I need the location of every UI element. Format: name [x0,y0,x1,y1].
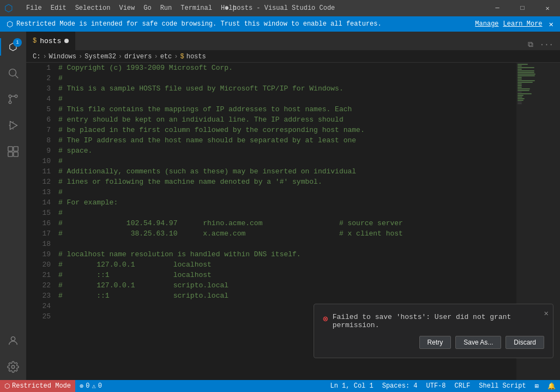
tab-bar: $ hosts ⧉ ··· [26,32,560,51]
notification-close-button[interactable]: ✕ [544,309,549,318]
tab-file-icon: $ [33,37,37,45]
layout-status[interactable]: ⊞ [531,380,543,392]
encoding-status[interactable]: UTF-8 [422,380,450,392]
activity-extensions[interactable] [0,138,26,165]
activity-explorer[interactable]: ⬡ 1 [0,34,26,60]
cursor-position-label: Ln 1, Col 1 [330,382,373,390]
language-label: Shell Script [479,382,526,390]
tab-actions: ⧉ ··· [526,39,560,50]
cursor-position-status[interactable]: Ln 1, Col 1 [326,380,377,392]
svg-rect-9 [14,152,18,156]
line-number: 15 [26,208,51,218]
save-as-button[interactable]: Save As... [455,336,501,349]
breadcrumb-file[interactable]: hosts [186,53,206,61]
breadcrumb-drivers[interactable]: drivers [124,53,152,61]
notifications-icon: 🔔 [547,382,556,390]
svg-rect-7 [14,147,18,151]
code-line: # For example: [58,197,516,208]
line-numbers: 1234567891011121314151617181920212223242… [26,63,56,380]
line-number: 6 [26,114,51,125]
tab-label: hosts [40,37,61,45]
status-left: ⬡ Restricted Mode ⊗ 0 ⚠ 0 [0,380,106,392]
svg-point-11 [11,365,15,369]
manage-link[interactable]: Manage [475,20,498,28]
restricted-mode-status[interactable]: ⬡ Restricted Mode [0,380,75,392]
line-number: 12 [26,177,51,187]
line-number: 20 [26,260,51,270]
notifications-status[interactable]: 🔔 [543,380,560,392]
code-line: # [58,208,516,218]
breadcrumb-windows[interactable]: Windows [49,53,76,61]
code-line: # 127.0.0.1 localhost [58,260,516,270]
code-line: # The IP address and the host name shoul… [58,135,516,146]
code-line: # ::1 scripto.local [58,291,516,301]
notification-text: Failed to save 'hosts': User did not gra… [333,313,544,329]
line-number: 23 [26,291,51,301]
code-line: # This is a sample HOSTS file used by Mi… [58,83,516,94]
activity-run-debug[interactable] [0,112,26,138]
breadcrumb-c[interactable]: C: [33,53,40,61]
retry-button[interactable]: Retry [419,336,451,349]
discard-button[interactable]: Discard [505,336,544,349]
menu-go[interactable]: Go [139,0,155,16]
menu-terminal[interactable]: Terminal [176,0,216,16]
split-editor-button[interactable]: ⧉ [526,39,535,50]
window-title: ● hosts - Visual Studio Code [225,4,335,12]
close-button[interactable]: ✕ [535,0,560,16]
activity-settings[interactable] [0,354,26,380]
menu-selection[interactable]: Selection [71,0,115,16]
layout-icon: ⊞ [535,382,539,390]
line-number: 8 [26,135,51,146]
more-actions-button[interactable]: ··· [538,39,556,50]
indentation-status[interactable]: Spaces: 4 [378,380,422,392]
code-line: # [58,94,516,104]
code-line: # localhost name resolution is handled w… [58,249,516,260]
line-number: 2 [26,73,51,83]
line-number: 1 [26,63,51,73]
error-warning-status[interactable]: ⊗ 0 ⚠ 0 [75,380,106,392]
warning-count: 0 [98,382,102,390]
menu-help[interactable]: Help [216,0,241,16]
svg-rect-6 [8,147,13,151]
code-line: # space. [58,146,516,156]
maximize-button[interactable]: □ [510,0,535,16]
menu-view[interactable]: View [115,0,139,16]
line-number: 17 [26,228,51,239]
line-number: 10 [26,156,51,166]
minimize-button[interactable]: ─ [485,0,510,16]
notification-message: ⊗ Failed to save 'hosts': User did not g… [323,313,544,329]
tab-hosts[interactable]: $ hosts [26,32,75,50]
activity-bar: ⬡ 1 [0,32,26,380]
code-line: # [58,156,516,166]
language-status[interactable]: Shell Script [474,380,530,392]
line-ending-status[interactable]: CRLF [450,380,475,392]
code-line: # lines or following the machine name de… [58,177,516,187]
svg-line-1 [15,75,18,78]
code-line: # [58,73,516,83]
menu-file[interactable]: File [22,0,46,16]
error-icon: ⊗ [323,313,328,324]
banner-close-button[interactable]: ✕ [549,20,553,29]
breadcrumb-system32[interactable]: System32 [85,53,116,61]
line-number: 21 [26,270,51,280]
window-controls: ─ □ ✕ [485,0,560,16]
error-count: 0 [86,382,89,390]
status-right: Ln 1, Col 1 Spaces: 4 UTF-8 CRLF Shell S… [326,380,560,392]
breadcrumb-etc[interactable]: etc [160,53,172,61]
activity-source-control[interactable] [0,86,26,112]
activity-accounts[interactable] [0,328,26,354]
encoding-label: UTF-8 [426,382,446,390]
menu-run[interactable]: Run [156,0,177,16]
svg-point-3 [15,95,17,98]
breadcrumb: C: › Windows › System32 › drivers › etc … [26,51,560,63]
notification-buttons: Retry Save As... Discard [323,336,544,349]
line-number: 19 [26,249,51,260]
editor-content[interactable]: 1234567891011121314151617181920212223242… [26,63,560,380]
learn-more-link[interactable]: Learn More [503,20,543,28]
indentation-label: Spaces: 4 [382,382,418,390]
menu-edit[interactable]: Edit [46,0,71,16]
breadcrumb-file-icon: $ [180,53,184,61]
activity-search[interactable] [0,60,26,86]
line-number: 3 [26,83,51,94]
line-number: 9 [26,146,51,156]
